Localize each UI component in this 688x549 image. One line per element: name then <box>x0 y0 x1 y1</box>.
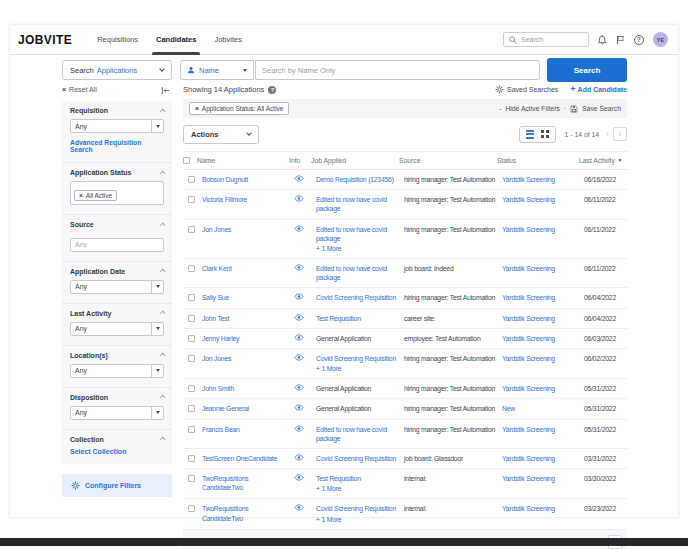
candidate-name-link[interactable]: TwoRequisitions CandidateTwo <box>202 505 249 521</box>
search-scope-dropdown[interactable]: Search Applications <box>62 60 172 80</box>
filter-header-requisition[interactable]: Requisition <box>70 107 164 114</box>
status-link[interactable]: Yardstik Screening <box>502 265 555 272</box>
candidate-name-link[interactable]: Jenny Harley <box>202 335 239 342</box>
nav-tab[interactable]: Candidates <box>147 25 205 54</box>
collapse-filters-icon[interactable] <box>161 86 170 95</box>
candidate-name-link[interactable]: Jon Jones <box>202 226 231 233</box>
job-applied-link[interactable]: Edited to now have covid package <box>316 426 387 442</box>
filter-header-application-status[interactable]: Application Status <box>70 169 164 176</box>
candidate-name-link[interactable]: Francis Bean <box>202 426 240 433</box>
col-header-name[interactable]: Name <box>197 157 289 164</box>
status-link[interactable]: Yardstik Screening <box>502 176 555 183</box>
row-checkbox[interactable] <box>188 176 195 183</box>
row-checkbox[interactable] <box>188 294 195 301</box>
filter-header-application-date[interactable]: Application Date <box>70 268 164 275</box>
all-active-chip[interactable]: × All Active <box>74 190 117 201</box>
col-header-source[interactable]: Source <box>399 157 497 164</box>
more-link[interactable]: + 1 More <box>316 364 398 373</box>
job-applied-link[interactable]: Edited to now have covid package <box>316 226 387 242</box>
eye-icon[interactable] <box>294 504 304 511</box>
source-input[interactable] <box>70 238 164 252</box>
locations-select[interactable]: Any <box>70 364 164 378</box>
grid-view-icon[interactable] <box>541 130 549 138</box>
eye-icon[interactable] <box>294 334 304 341</box>
nav-tab[interactable]: Requisitions <box>88 25 147 54</box>
col-header-status[interactable]: Status <box>497 157 579 164</box>
eye-icon[interactable] <box>294 225 304 232</box>
status-link[interactable]: Yardstik Screening <box>502 315 555 322</box>
status-link[interactable]: Yardstik Screening <box>502 505 555 512</box>
job-applied-link[interactable]: Edited to now have covid package <box>316 265 387 281</box>
row-checkbox[interactable] <box>188 405 195 412</box>
row-checkbox[interactable] <box>188 426 195 433</box>
col-header-job-applied[interactable]: Job Applied <box>311 157 399 164</box>
nav-tab[interactable]: Jobvites <box>205 25 251 54</box>
eye-icon[interactable] <box>294 314 304 321</box>
row-checkbox[interactable] <box>188 196 195 203</box>
user-avatar[interactable]: YE <box>653 32 668 47</box>
notifications-bell-icon[interactable] <box>598 35 607 45</box>
status-link[interactable]: Yardstik Screening <box>502 355 555 362</box>
status-link[interactable]: Yardstik Screening <box>502 335 555 342</box>
eye-icon[interactable] <box>294 175 304 182</box>
dropdown-button[interactable] <box>151 120 163 132</box>
row-checkbox[interactable] <box>188 385 195 392</box>
row-checkbox[interactable] <box>188 226 195 233</box>
eye-icon[interactable] <box>294 384 304 391</box>
filter-header-source[interactable]: Source <box>70 221 164 228</box>
more-link[interactable]: + 1 More <box>316 515 398 524</box>
hide-active-filters-link[interactable]: Hide Active Filters <box>505 105 559 112</box>
save-search-link[interactable]: Save Search <box>582 105 621 112</box>
next-page-icon[interactable]: › <box>613 127 627 141</box>
eye-icon[interactable] <box>294 354 304 361</box>
candidate-name-link[interactable]: TestScreen OneCandidate <box>202 455 277 462</box>
close-icon[interactable]: × <box>79 192 83 199</box>
filter-header-collection[interactable]: Collection <box>70 436 164 443</box>
select-all-checkbox[interactable] <box>183 157 190 164</box>
job-applied-link[interactable]: Covid Screening Requisition <box>316 355 396 362</box>
row-checkbox[interactable] <box>188 505 195 512</box>
job-applied-link[interactable]: Covid Screening Requisition <box>316 505 396 512</box>
requisition-select[interactable]: Any <box>70 119 164 133</box>
eye-icon[interactable] <box>294 404 304 411</box>
candidate-name-link[interactable]: Victoria Fillmore <box>202 196 247 203</box>
job-applied-link[interactable]: Edited to now have covid package <box>316 196 387 212</box>
reset-all-button[interactable]: × Reset All <box>62 86 97 93</box>
candidate-name-link[interactable]: John Test <box>202 315 229 322</box>
configure-filters-button[interactable]: Configure Filters <box>62 474 172 497</box>
global-search-box[interactable]: Search <box>503 32 589 47</box>
status-link[interactable]: Yardstik Screening <box>502 426 555 433</box>
filter-header-disposition[interactable]: Disposition <box>70 394 164 401</box>
application-date-select[interactable]: Any <box>70 280 164 294</box>
candidate-name-link[interactable]: John Smith <box>202 385 234 392</box>
eye-icon[interactable] <box>294 195 304 202</box>
eye-icon[interactable] <box>294 293 304 300</box>
row-checkbox[interactable] <box>188 355 195 362</box>
job-applied-link[interactable]: Test Requisition <box>316 475 361 482</box>
list-view-icon[interactable] <box>526 130 534 139</box>
add-candidate-button[interactable]: + Add Candidate <box>570 85 627 94</box>
search-field-dropdown[interactable]: Name <box>180 60 254 80</box>
col-header-info[interactable]: Info <box>289 157 311 164</box>
select-collection-link[interactable]: Select Collection <box>70 448 164 455</box>
job-applied-link[interactable]: Covid Screening Requisition <box>316 455 396 462</box>
active-filter-chip[interactable]: × Application Status: All Active <box>189 102 289 115</box>
row-checkbox[interactable] <box>188 315 195 322</box>
status-link[interactable]: Yardstik Screening <box>502 196 555 203</box>
col-header-last-activity[interactable]: Last Activity <box>579 157 627 164</box>
job-applied-link[interactable]: Covid Screening Requisition <box>316 294 396 301</box>
job-applied-link[interactable]: Test Requisition <box>316 315 361 322</box>
candidate-name-link[interactable]: Bobson Dugnutt <box>202 176 248 183</box>
search-button[interactable]: Search <box>547 58 627 82</box>
eye-icon[interactable] <box>294 454 304 461</box>
dropdown-button[interactable] <box>151 365 163 377</box>
row-checkbox[interactable] <box>188 455 195 462</box>
candidate-name-link[interactable]: Jon Jones <box>202 355 231 362</box>
search-input[interactable] <box>255 60 540 80</box>
close-icon[interactable]: × <box>195 105 199 112</box>
saved-searches-button[interactable]: Saved Searches <box>495 85 558 94</box>
filter-header-last-activity[interactable]: Last Activity <box>70 310 164 317</box>
eye-icon[interactable] <box>294 425 304 432</box>
status-link[interactable]: New <box>502 405 515 412</box>
dropdown-button[interactable] <box>151 407 163 419</box>
